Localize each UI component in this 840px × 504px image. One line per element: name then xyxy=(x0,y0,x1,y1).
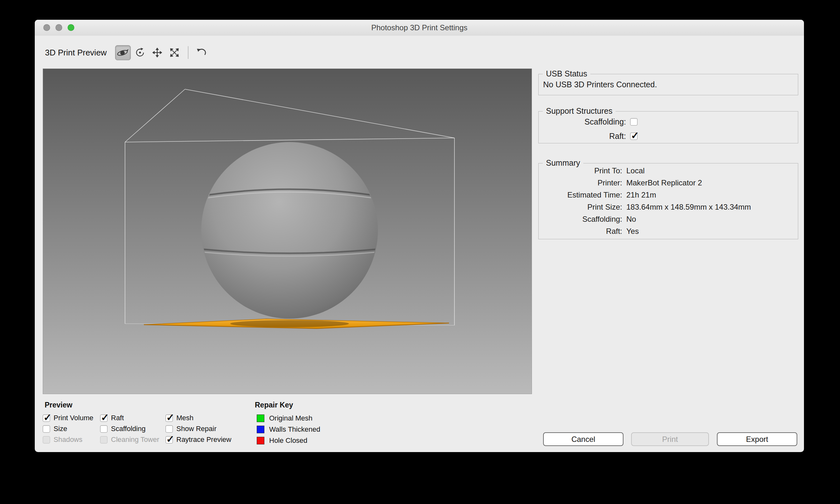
traffic-lights xyxy=(44,24,74,31)
checkbox-label: Shadows xyxy=(54,435,83,444)
slide-camera-icon xyxy=(169,48,179,58)
scaffolding-label: Scaffolding: xyxy=(585,117,626,126)
orbit-camera-tool-button[interactable] xyxy=(115,45,131,60)
summary-label: Print Size: xyxy=(538,201,622,213)
checkbox[interactable] xyxy=(100,414,107,422)
3d-preview[interactable] xyxy=(43,69,532,394)
checkbox xyxy=(43,436,50,444)
checkbox[interactable] xyxy=(43,414,50,422)
raft-row: Raft: xyxy=(538,129,798,143)
summary-title: Summary xyxy=(543,158,583,167)
raft-checkbox[interactable] xyxy=(630,132,637,140)
summary-value: Local xyxy=(626,165,645,177)
roll-camera-tool-button[interactable] xyxy=(132,45,148,60)
summary-row-raft: Raft: Yes xyxy=(538,225,798,237)
scaffolding-checkbox[interactable] xyxy=(630,118,637,126)
raft-label: Raft: xyxy=(609,131,626,141)
summary-value: No xyxy=(626,213,636,225)
preview-checkbox-print-volume[interactable]: Print Volume xyxy=(43,414,100,422)
summary-value: Yes xyxy=(626,225,639,237)
cancel-button[interactable]: Cancel xyxy=(543,432,623,446)
close-button[interactable] xyxy=(44,24,50,31)
checkbox-label: Scaffolding xyxy=(111,425,145,433)
summary-row-estimated-time: Estimated Time: 21h 21m xyxy=(538,189,798,201)
summary-row-scaffolding: Scaffolding: No xyxy=(538,213,798,225)
preview-checkbox-mesh[interactable]: Mesh xyxy=(166,414,261,422)
camera-toolbar: 3D Print Preview xyxy=(45,44,211,60)
toolbar-separator xyxy=(188,46,188,59)
summary-value: MakerBot Replicator 2 xyxy=(626,177,702,189)
titlebar[interactable]: Photoshop 3D Print Settings xyxy=(35,20,804,36)
model-shadow xyxy=(230,320,349,327)
preview-checkbox-scaffolding[interactable]: Scaffolding xyxy=(100,425,166,433)
walls-thickened-swatch xyxy=(257,426,264,433)
summary-group: Summary Print To: Local Printer: MakerBo… xyxy=(538,163,798,239)
pan-camera-icon xyxy=(152,48,162,58)
checkbox-label: Cleaning Tower xyxy=(111,435,159,444)
toolbar-label: 3D Print Preview xyxy=(45,48,107,58)
screen: Photoshop 3D Print Settings 3D Print Pre… xyxy=(0,0,840,504)
summary-value: 183.64mm x 148.59mm x 143.34mm xyxy=(626,201,751,213)
preview-options: Print Volume Raft Mesh Size Scaffolding … xyxy=(43,413,261,445)
repair-key-label: Hole Closed xyxy=(269,436,307,445)
window-title: Photoshop 3D Print Settings xyxy=(35,20,804,36)
usb-status-group: USB Status No USB 3D Printers Connected. xyxy=(538,74,798,95)
checkbox-label: Raytrace Preview xyxy=(176,435,231,444)
preview-checkbox-raytrace-preview[interactable]: Raytrace Preview xyxy=(166,435,261,444)
minimize-button[interactable] xyxy=(55,24,62,31)
model-sphere xyxy=(201,142,378,319)
summary-label: Estimated Time: xyxy=(538,189,622,201)
scaffolding-row: Scaffolding: xyxy=(538,115,798,129)
repair-key-title: Repair Key xyxy=(255,401,293,409)
checkbox[interactable] xyxy=(43,425,50,433)
summary-label: Printer: xyxy=(538,177,622,189)
support-structures-title: Support Structures xyxy=(543,106,616,116)
repair-key-original-mesh: Original Mesh xyxy=(257,413,320,424)
preview-section-title: Preview xyxy=(45,401,72,409)
pan-camera-tool-button[interactable] xyxy=(150,45,165,60)
print-button: Print xyxy=(631,432,709,446)
checkbox-label: Raft xyxy=(111,414,124,422)
original-mesh-swatch xyxy=(257,414,264,422)
preview-checkbox-cleaning-tower: Cleaning Tower xyxy=(100,435,166,444)
checkbox[interactable] xyxy=(166,414,173,422)
summary-row-print-size: Print Size: 183.64mm x 148.59mm x 143.34… xyxy=(538,201,798,213)
checkbox[interactable] xyxy=(166,436,173,444)
repair-key-list: Original Mesh Walls Thickened Hole Close… xyxy=(257,413,320,446)
checkbox[interactable] xyxy=(100,425,107,433)
slide-camera-tool-button[interactable] xyxy=(167,45,183,60)
checkbox-label: Show Repair xyxy=(176,425,217,433)
preview-checkbox-show-repair[interactable]: Show Repair xyxy=(166,425,261,433)
checkbox-label: Size xyxy=(54,425,67,433)
3d-scene xyxy=(43,69,532,394)
checkbox-label: Print Volume xyxy=(54,414,93,422)
roll-camera-icon xyxy=(135,48,145,58)
checkbox[interactable] xyxy=(166,425,173,433)
export-button[interactable]: Export xyxy=(717,432,797,446)
repair-key-label: Original Mesh xyxy=(269,414,312,422)
orbit-camera-icon xyxy=(117,48,129,58)
usb-status-title: USB Status xyxy=(543,69,590,78)
print-settings-dialog: Photoshop 3D Print Settings 3D Print Pre… xyxy=(35,20,804,452)
reset-camera-tool-button[interactable] xyxy=(193,45,209,60)
summary-value: 21h 21m xyxy=(626,189,656,201)
preview-checkbox-raft[interactable]: Raft xyxy=(100,414,166,422)
repair-key-hole-closed: Hole Closed xyxy=(257,435,320,446)
reset-camera-icon xyxy=(196,48,207,58)
repair-key-label: Walls Thickened xyxy=(269,425,320,434)
repair-key-walls-thickened: Walls Thickened xyxy=(257,424,320,435)
summary-row-printer: Printer: MakerBot Replicator 2 xyxy=(538,177,798,189)
checkbox-label: Mesh xyxy=(176,414,193,422)
preview-checkbox-shadows: Shadows xyxy=(43,435,100,444)
support-structures-group: Support Structures Scaffolding: Raft: xyxy=(538,111,798,143)
summary-label: Scaffolding: xyxy=(538,213,622,225)
checkbox xyxy=(100,436,107,444)
hole-closed-swatch xyxy=(257,437,264,445)
preview-checkbox-size[interactable]: Size xyxy=(43,425,100,433)
summary-label: Raft: xyxy=(538,225,622,237)
zoom-button[interactable] xyxy=(68,24,74,31)
